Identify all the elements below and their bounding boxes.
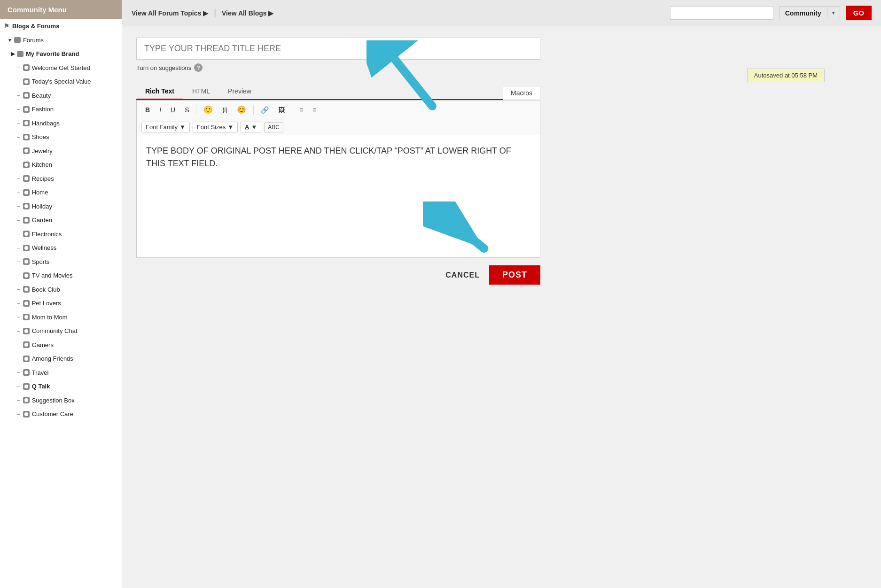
sidebar-item[interactable]: –Travel [0, 366, 122, 380]
font-family-dropdown[interactable]: Font Family ▼ [141, 122, 190, 132]
sidebar-item[interactable]: –Customer Care [0, 407, 122, 421]
sidebar-item[interactable]: –Book Club [0, 283, 122, 297]
dash-icon: – [17, 147, 20, 155]
image-button[interactable]: 🖼 [274, 104, 288, 116]
sidebar-item[interactable]: –Jewelry [0, 144, 122, 158]
forum-icon [23, 92, 30, 99]
italic-button[interactable]: I [156, 104, 165, 116]
forum-icon [23, 258, 30, 265]
forum-icon [23, 286, 30, 293]
forum-icon [23, 300, 30, 307]
autosave-badge: Autosaved at 05:58 PM [747, 69, 825, 82]
sidebar-item-label: Q Talk [32, 382, 50, 391]
search-input[interactable] [670, 6, 773, 20]
bold-button[interactable]: B [141, 104, 154, 116]
cancel-button[interactable]: CANCEL [445, 271, 480, 279]
thread-title-input[interactable] [136, 38, 540, 60]
sidebar-item[interactable]: –Mom to Mom [0, 310, 122, 325]
macros-button[interactable]: Macros [503, 86, 540, 100]
sidebar-item[interactable]: –Gamers [0, 338, 122, 352]
community-dropdown[interactable]: Community ▼ [779, 6, 840, 20]
sidebar-item[interactable]: –Electronics [0, 227, 122, 241]
sidebar-item[interactable]: –Suggestion Box [0, 394, 122, 408]
forum-icon [23, 383, 30, 390]
sidebar-item-label: Book Club [32, 285, 60, 294]
suggestions-help-icon[interactable]: ? [194, 63, 203, 72]
tab-rich-text[interactable]: Rich Text [136, 83, 183, 100]
smiley-button[interactable]: 😊 [233, 103, 250, 116]
sidebar-item[interactable]: ▶My Favorite Brand [0, 47, 122, 61]
forum-icon [23, 328, 30, 334]
sidebar-item[interactable]: –Among Friends [0, 352, 122, 366]
sidebar-item-label: Customer Care [32, 410, 73, 419]
unordered-list-button[interactable]: ≡ [309, 104, 320, 116]
emoji-button[interactable]: 🙂 [200, 103, 217, 116]
view-all-forum-topics-link[interactable]: View All Forum Topics ▶ [132, 9, 208, 17]
dash-icon: – [17, 133, 20, 141]
spellcheck-button[interactable]: ABC [264, 122, 283, 132]
sidebar-item-label: Pet Lovers [32, 299, 61, 308]
dash-icon: – [17, 355, 20, 363]
tab-html[interactable]: HTML [183, 83, 219, 99]
sidebar-item[interactable]: –Q Talk [0, 379, 122, 394]
code-button[interactable]: {i} [218, 105, 231, 115]
sidebar-item[interactable]: –Wellness [0, 241, 122, 255]
sidebar-item-label: Shoes [32, 132, 49, 142]
forum-icon [23, 134, 30, 140]
sidebar-item[interactable]: ⚑Blogs & Forums [0, 19, 122, 33]
sidebar-item[interactable]: –Beauty [0, 89, 122, 103]
strikethrough-button[interactable]: S [181, 104, 193, 116]
sidebar-item[interactable]: –Sports [0, 255, 122, 269]
font-color-dropdown[interactable]: A ▼ [241, 122, 261, 132]
sidebar-item[interactable]: –Recipes [0, 172, 122, 186]
sidebar-item[interactable]: –Community Chat [0, 324, 122, 338]
sidebar-item[interactable]: –Pet Lovers [0, 296, 122, 310]
forum-icon [23, 64, 30, 71]
sidebar-item[interactable]: ▼Forums [0, 33, 122, 47]
ordered-list-button[interactable]: ≡ [296, 104, 307, 116]
link-button[interactable]: 🔗 [257, 104, 273, 116]
sidebar-item[interactable]: –Fashion [0, 102, 122, 116]
forum-icon [23, 106, 30, 113]
font-sizes-dropdown[interactable]: Font Sizes ▼ [193, 122, 238, 132]
forum-icon [23, 120, 30, 126]
sidebar-item-label: Home [32, 188, 48, 197]
font-color-chevron: ▼ [251, 124, 257, 131]
go-button[interactable]: GO [846, 6, 872, 20]
sidebar-item[interactable]: –Today's Special Value [0, 75, 122, 89]
forum-icon [23, 411, 30, 418]
dash-icon: – [17, 271, 20, 280]
sidebar-item[interactable]: –Holiday [0, 200, 122, 214]
sidebar-item[interactable]: –Welcome Get Started [0, 61, 122, 75]
dash-icon: – [17, 105, 20, 114]
sidebar-item-label: Jewelry [32, 147, 53, 156]
chevron-down-icon[interactable]: ▼ [827, 8, 840, 18]
forum-icon [23, 341, 30, 348]
dash-icon: – [17, 285, 20, 294]
dash-icon: – [17, 202, 20, 210]
sidebar-item[interactable]: –Handbags [0, 116, 122, 131]
post-button[interactable]: POST [489, 265, 540, 285]
sidebar-item[interactable]: –TV and Movies [0, 269, 122, 283]
sidebar-item[interactable]: –Kitchen [0, 158, 122, 172]
view-all-blogs-link[interactable]: View All Blogs ▶ [222, 9, 274, 17]
editor-toolbar-row1: B I U S 🙂 {i} 😊 🔗 🖼 ≡ ≡ [137, 101, 540, 119]
sidebar-item-label: Recipes [32, 174, 54, 184]
sidebar-item-label: Sports [32, 257, 50, 267]
sidebar-item[interactable]: –Garden [0, 213, 122, 227]
tab-preview[interactable]: Preview [219, 83, 260, 99]
font-sizes-chevron: ▼ [227, 124, 234, 131]
sidebar-item-label: Mom to Mom [32, 313, 68, 322]
sidebar-item[interactable]: –Home [0, 186, 122, 200]
dash-icon: – [17, 327, 20, 335]
underline-button[interactable]: U [167, 104, 179, 116]
editor-body[interactable]: TYPE BODY OF ORIGINAL POST HERE AND THEN… [137, 135, 540, 257]
sidebar-item-label: Among Friends [32, 354, 73, 364]
editor-toolbar-row2: Font Family ▼ Font Sizes ▼ A ▼ ABC [137, 119, 540, 135]
toolbar-divider-1 [196, 105, 196, 115]
sidebar-item-label: Blogs & Forums [12, 22, 59, 31]
sidebar-item-label: Gamers [32, 340, 54, 350]
dash-icon: – [17, 244, 20, 252]
post-form: Turn on suggestions ? Autosaved at 05:58… [122, 26, 881, 303]
sidebar-item[interactable]: –Shoes [0, 130, 122, 144]
